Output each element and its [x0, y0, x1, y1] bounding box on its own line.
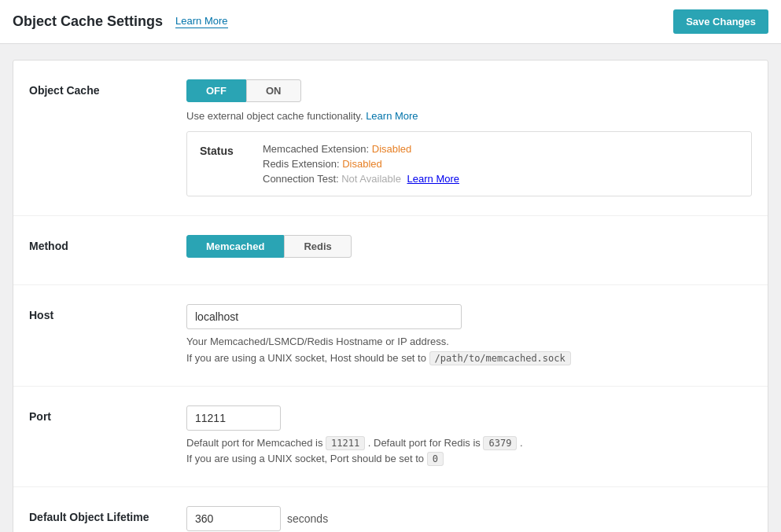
object-cache-desc-text: Use external object cache functionality. — [186, 110, 363, 122]
memcached-value: Disabled — [372, 143, 412, 155]
host-desc-text1: Your Memcached/LSMCD/Redis Hostname or I… — [186, 336, 449, 347]
port-desc2: . Default port for Redis is — [368, 437, 481, 449]
port-label: Port — [29, 405, 186, 423]
method-toggle-group: Memcached Redis — [186, 235, 752, 258]
port-desc3: . — [520, 437, 523, 449]
host-path-code: /path/to/memcached.sock — [429, 351, 571, 365]
object-cache-learn-more-link[interactable]: Learn More — [366, 110, 418, 122]
object-cache-content: OFF ON Use external object cache functio… — [186, 79, 752, 196]
toggle-off-button[interactable]: OFF — [186, 79, 246, 102]
method-row: Method Memcached Redis — [13, 216, 768, 285]
port-code1: 11211 — [326, 436, 365, 450]
port-desc4: If you are using a UNIX socket, Port sho… — [186, 453, 424, 464]
port-desc1: Default port for Memcached is — [186, 437, 322, 449]
page-wrapper: Object Cache Settings Learn More Save Ch… — [0, 0, 781, 532]
lifetime-row: Default Object Lifetime seconds Default … — [13, 487, 768, 532]
object-cache-label: Object Cache — [29, 79, 186, 97]
port-row: Port Default port for Memcached is 11211… — [13, 387, 768, 488]
host-row: Host Your Memcached/LSMCD/Redis Hostname… — [13, 285, 768, 387]
lifetime-content: seconds Default TTL for cached objects. — [186, 506, 752, 532]
host-label: Host — [29, 304, 186, 321]
object-cache-row: Object Cache OFF ON Use external object … — [13, 61, 768, 216]
save-changes-button[interactable]: Save Changes — [673, 9, 768, 34]
status-lines: Memcached Extension: Disabled Redis Exte… — [263, 143, 459, 185]
redis-value: Disabled — [342, 158, 382, 170]
host-input[interactable] — [186, 304, 462, 329]
header-left: Object Cache Settings Learn More — [13, 13, 228, 30]
connection-status-line: Connection Test: Not Available Learn Mor… — [263, 173, 459, 185]
object-cache-toggle-group: OFF ON — [186, 79, 752, 102]
method-memcached-button[interactable]: Memcached — [186, 235, 284, 258]
host-content: Your Memcached/LSMCD/Redis Hostname or I… — [186, 304, 752, 367]
header-learn-more-link[interactable]: Learn More — [175, 15, 227, 28]
host-desc: Your Memcached/LSMCD/Redis Hostname or I… — [186, 334, 752, 367]
port-desc: Default port for Memcached is 11211 . De… — [186, 435, 752, 468]
page-title: Object Cache Settings — [13, 13, 163, 30]
redis-status-line: Redis Extension: Disabled — [263, 158, 459, 170]
redis-label: Redis Extension: — [263, 158, 340, 170]
port-code3: 0 — [427, 452, 444, 466]
lifetime-units: seconds — [287, 512, 328, 525]
lifetime-input-row: seconds — [186, 506, 752, 531]
method-content: Memcached Redis — [186, 235, 752, 266]
settings-card: Object Cache OFF ON Use external object … — [13, 60, 768, 532]
connection-value: Not Available — [341, 173, 401, 185]
port-content: Default port for Memcached is 11211 . De… — [186, 405, 752, 468]
header-bar: Object Cache Settings Learn More Save Ch… — [0, 0, 781, 44]
toggle-on-button[interactable]: ON — [246, 79, 301, 102]
status-box-label: Status — [200, 143, 247, 157]
method-label: Method — [29, 235, 186, 252]
status-box: Status Memcached Extension: Disabled Red… — [186, 131, 752, 196]
object-cache-desc: Use external object cache functionality.… — [186, 110, 752, 122]
lifetime-input[interactable] — [186, 506, 281, 531]
connection-label: Connection Test: — [263, 173, 339, 185]
memcached-status-line: Memcached Extension: Disabled — [263, 143, 459, 155]
method-redis-button[interactable]: Redis — [284, 235, 351, 258]
memcached-label: Memcached Extension: — [263, 143, 369, 155]
port-code2: 6379 — [483, 436, 517, 450]
main-content: Object Cache OFF ON Use external object … — [0, 44, 781, 532]
connection-learn-more-link[interactable]: Learn More — [407, 173, 459, 185]
port-input[interactable] — [186, 405, 281, 431]
lifetime-label: Default Object Lifetime — [29, 506, 186, 523]
host-desc-text2: If you are using a UNIX socket, Host sho… — [186, 352, 426, 364]
